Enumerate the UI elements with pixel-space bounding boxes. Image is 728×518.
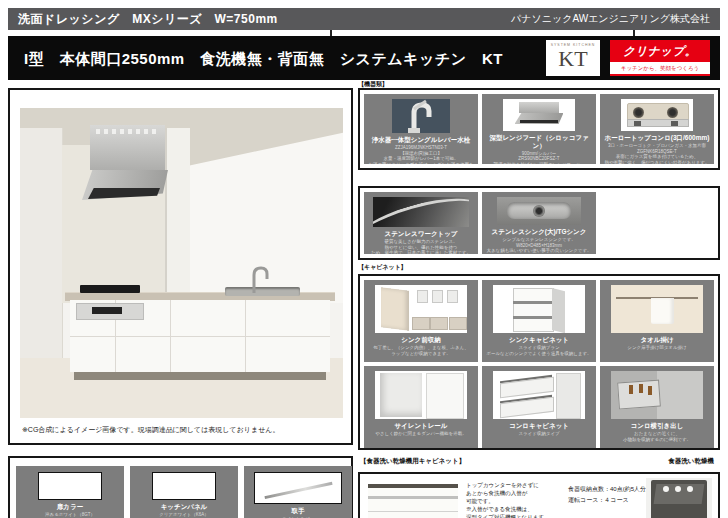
- dishwasher-cabinet-image: [368, 480, 458, 518]
- utensil-icon: [648, 386, 652, 395]
- top-header-bar: 洗面ドレッシング MXシリーズ W=750mm パナソニックAWエンジニアリング…: [8, 8, 720, 30]
- hood-duct-icon: [519, 102, 559, 113]
- kitchen-panel-card: キッチンパネル クリアホワイト（K6A） 油汚れも、汚れをつきにくくするキッチン…: [130, 466, 238, 518]
- card-text: シンク扉手掛け部タオル掛け: [603, 345, 711, 351]
- cleanup-logo: クリナップ。 キッチンから、笑顔をつくろう: [610, 40, 710, 76]
- cabinet-opening-icon: [380, 373, 422, 416]
- cg-kick-plate: [74, 372, 326, 380]
- sink-card: ステンレスシンク(大)/TGシンク シンプルなステンレスシンクです。 W820×…: [482, 192, 596, 254]
- page-title: I型 本体間口2550mm 食洗機無・背面無 システムキッチン KT: [24, 50, 503, 69]
- faucet-icon: [392, 99, 450, 133]
- storage-door-icon: [381, 287, 409, 331]
- card-text: ボールなどのシンクでよく使う道具を収納します。: [485, 351, 593, 357]
- silent-rail-image: [375, 371, 467, 419]
- cabinet-body-icon: [556, 373, 582, 419]
- kitchen-cg-image-box: ※CG合成によるイメージ画像です。現場調達品に関しては表現しておりません。: [8, 88, 353, 445]
- door-color-card: 扉カラー 澄みるホワイト（8GT） 鏡（クリア）調の扉になります。: [16, 466, 124, 518]
- card-text: 包丁差し、（シンク内側）、まな板、ふきん、: [367, 345, 475, 351]
- cg-wall-pillar: [165, 128, 190, 303]
- sink-cabinet-image: [493, 285, 585, 333]
- handle-strip-icon: [368, 496, 458, 499]
- card-title: サイレントレール: [366, 422, 476, 430]
- dishwasher-cabinet-label: 【食器洗い乾燥機用キャビネット】: [360, 457, 465, 466]
- stove-cabinet-image: [493, 371, 585, 419]
- card-title: 扉カラー: [18, 503, 122, 511]
- cabinet-section-label: 【キャビネット】: [358, 263, 407, 272]
- door-color-swatch: [38, 472, 102, 500]
- dishwasher-box: トップカウンターを外さずに あとから食洗機の入替が 可能です。 ※入替ができる食…: [358, 472, 720, 518]
- cabinet-body-icon: [657, 371, 703, 419]
- burner-icon: [633, 107, 644, 118]
- worktop-edge-icon: [373, 197, 469, 227]
- utensil-icon: [639, 384, 643, 393]
- card-text: 小物類を収納するのに便利です。: [603, 437, 711, 443]
- storage-slot-icon: [432, 290, 443, 303]
- faucet-card: 浄水器一体型シングルレバー水栓 ZZJA196MJNKHSTN03-T 【現場右…: [364, 94, 478, 164]
- card-text: お湯の際にクリック感を設け、ムダなお湯の使用を抑えます。: [367, 162, 475, 164]
- card-text: ため、衛生的で、日本の風土に適した素材です。: [367, 250, 475, 254]
- cg-cabinet-seam: [70, 336, 330, 337]
- worktop-box: ステンレスワークトップ 硬質な美しさが魅力のステンレス。 熱やサビに強い、優れた…: [358, 186, 720, 260]
- handle-image: [254, 472, 342, 504]
- storage-photo-icon: [412, 317, 430, 330]
- handle-card: 取手 ラインシルバー: [244, 466, 352, 518]
- drawer-gap-icon: [513, 301, 552, 304]
- drawer-gap-icon: [513, 316, 552, 319]
- cabinet-box: シンク前収納 包丁差し、（シンク内側）、まな板、ふきん、 ラップなどが収納できま…: [358, 274, 720, 450]
- stove-knob-icon: [671, 121, 678, 126]
- description-line: 可能です。: [466, 498, 562, 506]
- stove-knob-icon: [634, 121, 641, 126]
- stove-card: ホーロートップコンロ(3口/600mm) 3口・ホーローゴトク・プロパンガス・水…: [600, 94, 714, 164]
- cabinet-side-icon: [552, 288, 565, 333]
- card-text: やさしく静かに閉まるダンパー機能を搭載。: [367, 431, 475, 437]
- faucet-image: [392, 99, 450, 133]
- dishwasher-labels-row: 【食器洗い乾燥機用キャビネット】 食器洗い乾燥機: [358, 457, 720, 469]
- series-title: 洗面ドレッシング MXシリーズ W=750mm: [18, 11, 278, 28]
- dish-icon: [675, 486, 681, 492]
- card-text: ラップなどが収納できます。: [367, 351, 475, 357]
- card-title: コンロ横引き出し: [602, 422, 712, 430]
- hood-intake-icon: [520, 120, 557, 123]
- utensil-icon: [629, 385, 633, 394]
- cabinet-seam-icon: [368, 511, 458, 512]
- sink-image: [497, 197, 581, 225]
- cleanup-brand-mark: クリナップ。: [610, 40, 710, 62]
- stove-side-drawer-card: コンロ横引き出し おたまなどの近くに、 小物類を収納するのに便利です。: [600, 366, 714, 448]
- card-title: キッチンパネル: [132, 503, 236, 511]
- worktop-image: [373, 197, 469, 227]
- company-name: パナソニックAWエンジニアリング株式会社: [511, 12, 710, 26]
- card-title: ステンレスシンク(大)/TGシンク: [484, 228, 594, 236]
- storage-slot-icon: [447, 290, 458, 303]
- kitchen-cg-illustration: [20, 108, 343, 418]
- sink-cabinet-card: シンクキャビネット スライド収納プラン ボールなどのシンクでよく使う道具を収納し…: [482, 280, 596, 362]
- towel-bar-image: [611, 285, 703, 333]
- card-title: コンロキャビネット: [484, 422, 594, 430]
- card-title: ホーロートップコンロ(3口/600mm): [602, 134, 712, 142]
- cg-faucet-icon: [248, 265, 272, 293]
- card-title: 深型レンジフード（シロッコファン）: [484, 134, 594, 150]
- handle-bar-icon: [264, 481, 332, 498]
- card-title: 浄水器一体型シングルレバー水栓: [366, 136, 476, 144]
- equipment-box: 浄水器一体型シングルレバー水栓 ZZJA196MJNKHSTN03-T 【現場右…: [358, 88, 720, 170]
- worktop-card: ステンレスワークトップ 硬質な美しさが魅力のステンレス。 熱やサビに強い、優れた…: [364, 192, 478, 254]
- card-title: シンクキャビネット: [484, 336, 594, 344]
- cg-image-caption: ※CG合成によるイメージ画像です。現場調達品に関しては表現しておりません。: [22, 425, 279, 435]
- cleanup-tagline: キッチンから、笑顔をつくろう: [610, 62, 710, 76]
- description-line: 深型タイプ対応機種となります。: [466, 514, 562, 518]
- silent-rail-card: サイレントレール やさしく静かに閉まるダンパー機能を搭載。: [364, 366, 478, 448]
- kt-logo-mark: KT: [546, 47, 600, 71]
- card-text: 3口・ホーローゴトク・プロパンガス・水無片面: [603, 143, 711, 149]
- dishwasher-image: [646, 478, 712, 518]
- sink-front-storage-card: シンク前収納 包丁差し、（シンク内側）、まな板、ふきん、 ラップなどが収納できま…: [364, 280, 478, 362]
- card-title: シンク前収納: [366, 336, 476, 344]
- card-title: 取手: [246, 507, 350, 515]
- storage-photo-icon: [430, 317, 448, 330]
- cg-grill-window: [92, 307, 122, 314]
- card-text: 大きな鍋も洗いやすい使い勝手の良いシンクです。: [485, 248, 593, 254]
- cabinet-front-icon: [513, 288, 554, 332]
- cabinet-front-icon: [368, 488, 458, 518]
- card-text: 調理の動作を妨げない深型のレンジフード。: [485, 162, 593, 164]
- dish-icon: [663, 486, 669, 492]
- towel-bar-card: タオル掛け シンク扉手掛け部タオル掛け: [600, 280, 714, 362]
- description-line: ※入替ができる食洗機は、: [466, 506, 562, 514]
